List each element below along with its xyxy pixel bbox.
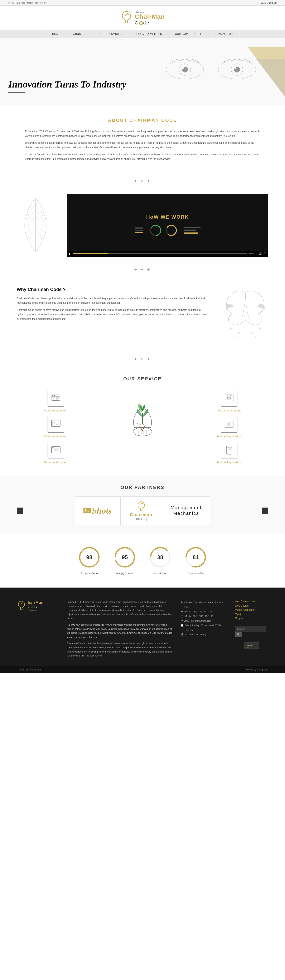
why-content: Why Chairman Code ? Chairman Code has di… (17, 287, 210, 324)
service-icon-1 (48, 390, 64, 407)
nav-home[interactable]: HOME (46, 30, 67, 38)
service-label-2[interactable]: Web development (218, 409, 241, 412)
progress-fill (73, 253, 108, 254)
svg-point-19 (255, 336, 256, 337)
video-container[interactable]: HoW WE WORK (67, 194, 268, 257)
logo-icon (120, 10, 133, 25)
shots-text: Shots (92, 506, 112, 516)
carousel-prev[interactable]: ‹ (17, 508, 23, 514)
stats-section: 98 Projects Done 95 Happy Clients 38 Awa… (0, 533, 285, 587)
footer-link-1[interactable]: Web Development (235, 600, 268, 603)
about-section: ABOUT CHAIRMAN CODE Founded in 2014, Cha… (0, 105, 285, 177)
gold-circle-chart (165, 224, 177, 237)
service-label-1[interactable]: Web development (44, 409, 68, 412)
footer-bottom: © 2015 Chairman Code Powered by nistaqi.… (0, 666, 285, 673)
svg-rect-24 (53, 397, 55, 400)
partners-section: OUR PARTNERS ‹ Co Shots Chairman (0, 476, 285, 533)
stat-number-clients: 95 (122, 554, 128, 560)
volume-icon[interactable]: 🔊 (259, 252, 262, 255)
stat-coffee: 81 Cups of coffee (184, 546, 207, 575)
progress-bar (73, 253, 247, 254)
svg-marker-9 (256, 59, 285, 97)
service-icon-2 (221, 390, 238, 407)
svg-text:nistaqi: nistaqi (246, 644, 252, 646)
about-para3: Chairman Code is one of the Software con… (25, 153, 260, 161)
why-para2: Chairman Code goal is to have always our… (17, 308, 210, 321)
svg-point-22 (52, 395, 53, 396)
svg-point-55 (227, 422, 231, 426)
partner-mgmt: Management Mechanics (162, 496, 210, 525)
footer-para2: We always in continuous progress to foll… (67, 623, 173, 640)
video-controls[interactable]: ▶ 0:00/0:00 🔊 ⛶ (67, 251, 268, 257)
lang-selector[interactable]: Lang : English (261, 1, 277, 4)
footer-email: ✉ Email: info@chairman.com (180, 619, 226, 623)
chairman-logo-icon (136, 501, 146, 512)
nav-contact[interactable]: CONTACT US (208, 30, 239, 38)
nav-about[interactable]: ABOUT US (67, 30, 94, 38)
hero-decoration (139, 38, 285, 105)
partner-shots: Co Shots (75, 496, 120, 525)
footer-link-2[interactable]: Web Design (235, 604, 268, 607)
search-input[interactable] (235, 626, 266, 632)
footer-link-4[interactable]: Mysql (235, 612, 268, 616)
svg-point-45 (133, 428, 152, 436)
holding-text: Holding (135, 517, 147, 520)
svg-point-51 (228, 397, 230, 399)
service-label-6[interactable]: Mobile Application (217, 461, 241, 464)
web-dev-icon-1 (51, 393, 61, 404)
nav-profile[interactable]: COMPANY PROFILE (169, 30, 208, 38)
service-label-5[interactable]: Data development (44, 461, 68, 464)
footer-para3: Chairman Code is one of the Software con… (67, 641, 173, 658)
top-bar: If You Have Idea Market Your Project Lan… (0, 0, 285, 6)
slogan: If You Have Idea Market Your Project (8, 1, 47, 4)
service-col-1: Web development Web develop (17, 390, 95, 464)
nav-services[interactable]: OUR SERVICES (94, 30, 128, 38)
svg-point-13 (166, 225, 176, 235)
svg-point-65 (227, 449, 229, 450)
svg-point-3 (182, 67, 184, 69)
stat-label-clients: Happy Clients (116, 572, 133, 575)
chairman-text: Chairman (130, 512, 152, 517)
carousel-next[interactable]: › (262, 508, 268, 514)
svg-rect-61 (226, 446, 232, 454)
svg-rect-47 (144, 431, 146, 434)
search-button[interactable]: 🔍 (235, 632, 242, 637)
office-label: 🕐 (180, 623, 184, 628)
footer-link-3[interactable]: Mobile Application (235, 608, 268, 611)
feather-decoration (17, 196, 59, 255)
footer-address: ⚑ Address: 8, Al Khulafa Street, 4th flo… (180, 600, 226, 609)
logo[interactable]: شيرمان ChairMan Cde (120, 10, 165, 26)
service-heading: OUR SERVICE (17, 376, 268, 382)
partner-logo-shots: Co Shots (84, 506, 112, 516)
hero-title: Innovation Turns To Industry (8, 79, 126, 90)
stat-label-coffee: Cups of coffee (187, 572, 204, 575)
chairman-logo: Chairman Holding (130, 501, 152, 520)
play-button[interactable]: ▶ (69, 252, 71, 255)
service-grid: Web development Web develop (17, 390, 268, 464)
video-time: 0:00/0:00 (249, 253, 257, 255)
stat-label-awards: Award Won (154, 572, 167, 575)
green-circle-chart (149, 224, 162, 237)
service-icon-3 (48, 416, 64, 433)
mobile-label: 📱 (180, 614, 184, 619)
powered-by: Powered by nistaqi.com (244, 668, 268, 671)
service-label-4[interactable]: Mobile Application (217, 435, 241, 438)
email-label: ✉ (180, 619, 182, 623)
stat-circle-projects: 98 (78, 546, 101, 569)
service-icon-6 (221, 442, 238, 458)
fullscreen-icon[interactable]: ⛶ (264, 252, 266, 255)
service-item-6: Mobile Application (190, 442, 268, 464)
service-label-3[interactable]: Web development (44, 435, 68, 438)
fax-label: 📠 (180, 632, 184, 637)
nav-member[interactable]: BECOME A MEMBER (128, 30, 169, 38)
mgmt-logo: Management Mechanics (171, 505, 201, 516)
footer-chairman-text: hairMan (28, 600, 44, 605)
mobile-app-icon (224, 445, 234, 455)
plant-bulb-svg (126, 390, 159, 444)
service-section: OUR SERVICE Web (0, 364, 285, 476)
footer-link-5[interactable]: Graphic (235, 617, 268, 620)
svg-point-23 (54, 395, 55, 396)
footer-arabic-text: شيرمان (28, 608, 44, 611)
phone-label: ✆ (180, 609, 182, 614)
video-title: HoW WE WORK (146, 214, 189, 220)
